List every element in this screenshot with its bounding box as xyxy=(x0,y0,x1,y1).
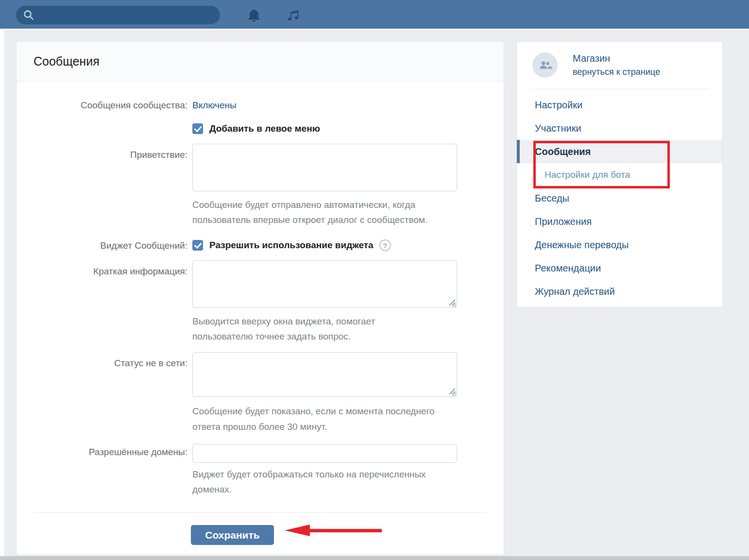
search-icon xyxy=(22,9,35,21)
community-messages-label: Сообщения сообщества: xyxy=(17,99,187,112)
greeting-textarea[interactable] xyxy=(192,144,457,191)
page-bottom-strip xyxy=(0,556,749,560)
widget-checkbox-label: Разрешить использование виджета xyxy=(209,240,374,251)
add-left-menu-label: Добавить в левое меню xyxy=(209,123,320,134)
allowed-domains-help-text: Виджет будет отображаться только на пере… xyxy=(192,467,457,497)
widget-row: Виджет Сообщений: Разрешить использовани… xyxy=(17,239,504,252)
allowed-domains-input[interactable] xyxy=(192,444,457,463)
widget-label: Виджет Сообщений: xyxy=(17,239,187,252)
save-button[interactable]: Сохранить xyxy=(191,525,274,545)
back-to-page-link[interactable]: вернуться к странице xyxy=(573,67,660,77)
offline-status-row: Статус не в сети: Сообщение будет показа… xyxy=(17,352,504,435)
add-left-menu-checkbox-wrap[interactable]: Добавить в левое меню xyxy=(192,123,320,134)
search-pill[interactable] xyxy=(16,6,220,24)
sidebar-item-bot-settings[interactable]: Настройки для бота xyxy=(517,163,722,187)
widget-checkbox[interactable] xyxy=(192,240,203,251)
short-info-label: Краткая информация: xyxy=(17,260,187,278)
community-sidebar-card: Магазин вернуться к странице Настройки У… xyxy=(516,41,723,307)
offline-status-label: Статус не в сети: xyxy=(17,352,187,370)
allowed-domains-label: Разрешённые домены: xyxy=(17,444,187,458)
messages-settings-card: Сообщения Сообщения сообщества: Включены… xyxy=(16,41,504,555)
sidebar-item-settings[interactable]: Настройки xyxy=(517,93,722,117)
music-icon[interactable] xyxy=(284,7,302,24)
offline-status-help-text: Сообщение будет показано, если с момента… xyxy=(192,404,457,435)
greeting-help-text: Сообщение будет отправлено автоматически… xyxy=(192,197,457,227)
help-question-icon[interactable]: ? xyxy=(379,239,391,251)
sidebar-item-money-transfers[interactable]: Денежные переводы xyxy=(517,233,722,256)
allowed-domains-row: Разрешённые домены: Виджет будет отображ… xyxy=(17,444,504,497)
notifications-bell-icon[interactable] xyxy=(245,7,263,24)
community-messages-status-link[interactable]: Включены xyxy=(192,100,237,110)
sidebar-item-action-log[interactable]: Журнал действий xyxy=(517,280,722,303)
community-profile-block: Магазин вернуться к странице xyxy=(517,42,722,89)
page-left-gutter xyxy=(0,30,4,560)
greeting-row: Приветствие: Сообщение будет отправлено … xyxy=(17,144,504,227)
widget-checkbox-wrap[interactable]: Разрешить использование виджета ? xyxy=(192,239,391,251)
add-left-menu-checkbox[interactable] xyxy=(192,123,203,134)
sidebar-item-chats[interactable]: Беседы xyxy=(517,187,722,210)
short-info-textarea[interactable] xyxy=(192,260,457,308)
community-avatar[interactable] xyxy=(532,52,558,78)
annotation-arrow-shaft xyxy=(308,529,382,532)
add-left-menu-row: Добавить в левое меню xyxy=(17,123,504,134)
page-title: Сообщения xyxy=(34,54,100,68)
people-icon xyxy=(537,57,553,73)
annotation-arrow-head xyxy=(285,525,310,536)
offline-status-textarea[interactable] xyxy=(192,352,457,397)
short-info-row: Краткая информация: Выводится вверху окн… xyxy=(17,260,504,344)
sidebar-menu: Настройки Участники Сообщения Настройки … xyxy=(517,89,722,308)
top-bar xyxy=(0,0,749,30)
sidebar-item-apps[interactable]: Приложения xyxy=(517,210,722,233)
greeting-label: Приветствие: xyxy=(17,144,187,161)
search-input[interactable] xyxy=(40,10,210,20)
sidebar-item-members[interactable]: Участники xyxy=(517,117,722,140)
card-header: Сообщения xyxy=(17,42,504,82)
annotation-arrow xyxy=(285,525,382,536)
short-info-help-text: Выводится вверху окна виджета, помогает … xyxy=(192,314,457,344)
sidebar-item-messages[interactable]: Сообщения xyxy=(517,140,722,163)
form-divider xyxy=(34,512,487,513)
sidebar-item-recommendations[interactable]: Рекомендации xyxy=(517,256,722,280)
community-messages-row: Сообщения сообщества: Включены xyxy=(17,99,504,112)
community-name-link[interactable]: Магазин xyxy=(573,53,660,64)
